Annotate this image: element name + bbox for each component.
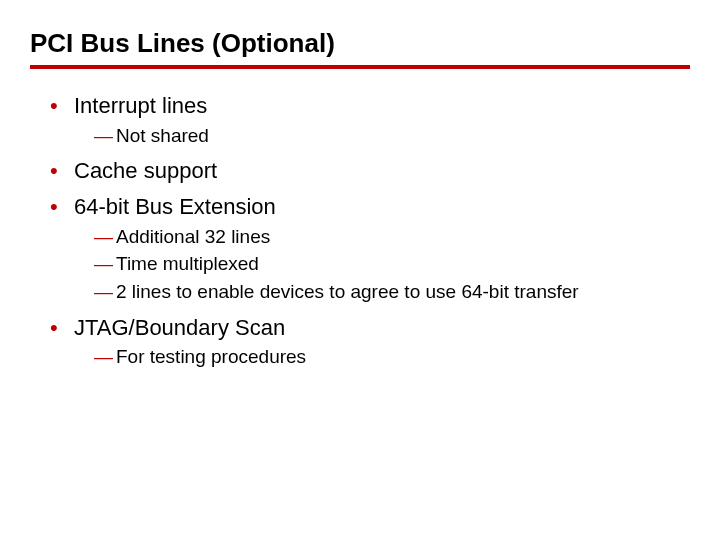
sub-text: Not shared: [116, 125, 209, 146]
bullet-text: JTAG/Boundary Scan: [74, 315, 285, 340]
sub-text: Time multiplexed: [116, 253, 259, 274]
bullet-text: Cache support: [74, 158, 217, 183]
slide-title: PCI Bus Lines (Optional): [30, 28, 690, 69]
bullet-text: Interrupt lines: [74, 93, 207, 118]
sub-text: 2 lines to enable devices to agree to us…: [116, 281, 579, 302]
sub-item: For testing procedures: [94, 344, 690, 370]
slide-body: Interrupt lines Not shared Cache support…: [30, 75, 690, 370]
sub-item: Not shared: [94, 123, 690, 149]
bullet-item: Interrupt lines Not shared: [50, 91, 690, 148]
sub-item: Additional 32 lines: [94, 224, 690, 250]
sub-text: For testing procedures: [116, 346, 306, 367]
bullet-item: 64-bit Bus Extension Additional 32 lines…: [50, 192, 690, 305]
bullet-item: JTAG/Boundary Scan For testing procedure…: [50, 313, 690, 370]
sub-list: For testing procedures: [74, 344, 690, 370]
bullet-list: Interrupt lines Not shared Cache support…: [30, 91, 690, 370]
sub-item: 2 lines to enable devices to agree to us…: [94, 279, 690, 305]
sub-list: Additional 32 lines Time multiplexed 2 l…: [74, 224, 690, 305]
sub-list: Not shared: [74, 123, 690, 149]
slide: PCI Bus Lines (Optional) Interrupt lines…: [0, 0, 720, 540]
bullet-text: 64-bit Bus Extension: [74, 194, 276, 219]
bullet-item: Cache support: [50, 156, 690, 186]
sub-item: Time multiplexed: [94, 251, 690, 277]
sub-text: Additional 32 lines: [116, 226, 270, 247]
